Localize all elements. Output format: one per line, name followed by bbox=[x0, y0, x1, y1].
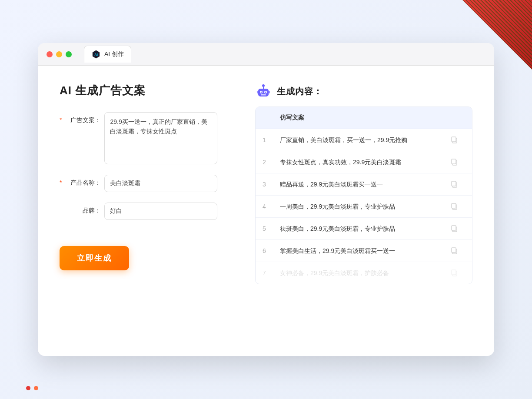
ad-copy-required: * bbox=[60, 112, 62, 123]
svg-rect-20 bbox=[452, 226, 456, 230]
row-num-6: 6 bbox=[263, 247, 280, 254]
copy-button-2[interactable] bbox=[449, 157, 459, 167]
table-row: 6 掌握美白生活，29.9元美白淡斑霜买一送一 bbox=[256, 240, 472, 262]
product-name-input[interactable] bbox=[104, 175, 217, 192]
product-name-label: 产品名称： bbox=[66, 175, 101, 187]
svg-rect-12 bbox=[452, 137, 456, 142]
row-num-4: 4 bbox=[263, 203, 280, 210]
copy-button-5[interactable] bbox=[449, 224, 459, 233]
copy-button-6[interactable] bbox=[449, 246, 459, 256]
svg-rect-24 bbox=[452, 270, 456, 275]
row-text-1: 厂家直销，美白淡斑霜，买一送一，29.9元抢购 bbox=[280, 136, 449, 145]
svg-rect-10 bbox=[269, 91, 270, 93]
right-panel: 生成内容： 仿写文案 1 厂家直销，美白淡斑霜，买一送一，29.9元抢购 bbox=[255, 83, 472, 339]
copy-button-3[interactable] bbox=[449, 180, 459, 189]
row-num-7: 7 bbox=[263, 269, 280, 276]
svg-point-3 bbox=[262, 84, 265, 87]
copy-button-7[interactable] bbox=[449, 268, 459, 278]
product-required: * bbox=[60, 175, 62, 186]
tab-label: AI 创作 bbox=[104, 50, 124, 58]
row-text-5: 祛斑美白，29.9元美白淡斑霜，专业护肤品 bbox=[280, 224, 449, 233]
ad-copy-group: * 广告文案： 29.9买一送一，真正的厂家直销，美白淡斑霜，专抹女性斑点 bbox=[60, 112, 233, 164]
table-header-row: 仿写文案 bbox=[256, 107, 472, 129]
minimize-button[interactable] bbox=[56, 51, 62, 57]
copy-button-1[interactable] bbox=[449, 135, 459, 145]
left-panel: AI 生成广告文案 * 广告文案： 29.9买一送一，真正的厂家直销，美白淡斑霜… bbox=[60, 83, 233, 339]
table-row: 3 赠品再送，29.9元美白淡斑霜买一送一 bbox=[256, 173, 472, 196]
row-num-3: 3 bbox=[263, 181, 280, 188]
svg-rect-14 bbox=[452, 159, 456, 164]
tab-ai-creation[interactable]: AI AI 创作 bbox=[84, 46, 131, 63]
svg-rect-18 bbox=[452, 203, 456, 208]
brand-group: * 品牌： bbox=[60, 203, 233, 220]
brand-label: 品牌： bbox=[66, 203, 101, 215]
svg-point-7 bbox=[265, 92, 266, 93]
row-num-1: 1 bbox=[263, 136, 280, 143]
product-name-group: * 产品名称： bbox=[60, 175, 233, 192]
svg-text:AI: AI bbox=[94, 53, 98, 57]
header-copy-col bbox=[449, 113, 459, 123]
row-text-2: 专抹女性斑点，真实功效，29.9元美白淡斑霜 bbox=[280, 158, 449, 167]
window-controls bbox=[47, 51, 72, 57]
row-text-6: 掌握美白生活，29.9元美白淡斑霜买一送一 bbox=[280, 246, 449, 256]
browser-window: AI AI 创作 AI 生成广告文案 * 广告文案： 29.9买一送一，真正的厂… bbox=[38, 43, 494, 356]
copy-button-4[interactable] bbox=[449, 202, 459, 211]
content-area: AI 生成广告文案 * 广告文案： 29.9买一送一，真正的厂家直销，美白淡斑霜… bbox=[38, 66, 494, 356]
page-title: AI 生成广告文案 bbox=[60, 83, 233, 98]
row-num-2: 2 bbox=[263, 159, 280, 166]
ai-tab-icon: AI bbox=[91, 50, 101, 59]
maximize-button[interactable] bbox=[66, 51, 72, 57]
row-text-4: 一周美白，29.9元美白淡斑霜，专业护肤品 bbox=[280, 202, 449, 211]
table-row: 5 祛斑美白，29.9元美白淡斑霜，专业护肤品 bbox=[256, 218, 472, 240]
row-text-3: 赠品再送，29.9元美白淡斑霜买一送一 bbox=[280, 180, 449, 189]
svg-point-6 bbox=[261, 92, 262, 93]
result-title: 生成内容： bbox=[277, 86, 323, 97]
svg-rect-22 bbox=[452, 248, 456, 253]
dot-red-1 bbox=[26, 386, 30, 390]
table-header-label: 仿写文案 bbox=[280, 114, 449, 122]
robot-icon bbox=[255, 83, 272, 100]
svg-rect-16 bbox=[452, 181, 456, 186]
svg-rect-8 bbox=[261, 94, 266, 96]
table-row-muted: 7 女神必备，29.9元美白淡斑霜，护肤必备 bbox=[256, 262, 472, 284]
ad-copy-label: 广告文案： bbox=[66, 112, 101, 124]
dot-orange-1 bbox=[34, 386, 38, 390]
table-row: 2 专抹女性斑点，真实功效，29.9元美白淡斑霜 bbox=[256, 151, 472, 173]
brand-input[interactable] bbox=[104, 203, 217, 220]
table-row: 1 厂家直销，美白淡斑霜，买一送一，29.9元抢购 bbox=[256, 129, 472, 151]
result-table: 仿写文案 1 厂家直销，美白淡斑霜，买一送一，29.9元抢购 2 专抹女性斑点，… bbox=[255, 106, 472, 284]
close-button[interactable] bbox=[47, 51, 53, 57]
bg-decoration-bottom-left bbox=[26, 386, 38, 390]
row-num-5: 5 bbox=[263, 225, 280, 232]
table-row: 4 一周美白，29.9元美白淡斑霜，专业护肤品 bbox=[256, 196, 472, 218]
generate-button[interactable]: 立即生成 bbox=[60, 246, 129, 270]
svg-rect-9 bbox=[257, 91, 258, 93]
row-text-7: 女神必备，29.9元美白淡斑霜，护肤必备 bbox=[280, 269, 449, 278]
result-header: 生成内容： bbox=[255, 83, 472, 100]
ad-copy-textarea[interactable]: 29.9买一送一，真正的厂家直销，美白淡斑霜，专抹女性斑点 bbox=[104, 112, 217, 164]
titlebar: AI AI 创作 bbox=[38, 43, 494, 66]
